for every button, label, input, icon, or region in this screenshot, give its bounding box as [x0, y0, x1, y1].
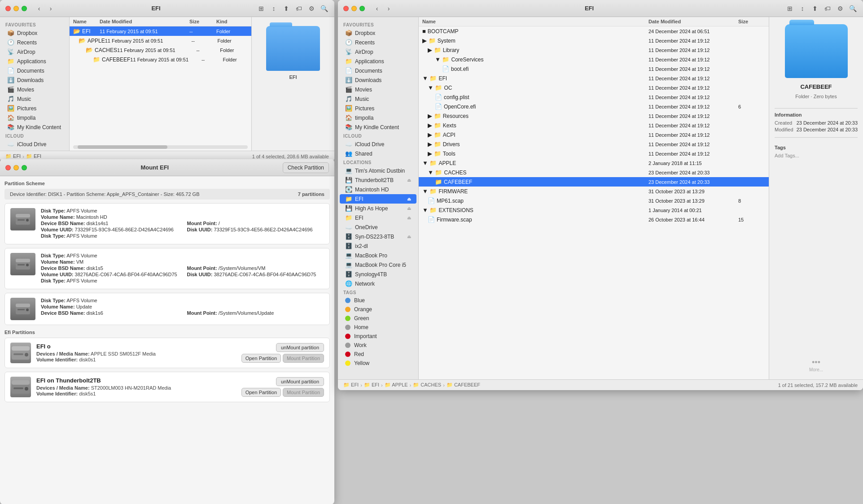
table-row[interactable]: 📁 CAFEBEEF 11 February 2015 at 09:51 -- … [70, 55, 251, 64]
sidebar-item-pictures[interactable]: 🖼️ Pictures [340, 104, 416, 113]
minimize-button[interactable] [13, 165, 19, 170]
table-row[interactable]: ▶ 📁 ACPI 11 December 2024 at 19:12 [419, 130, 769, 139]
sidebar-item-recents[interactable]: 🕐 Recents [340, 38, 416, 47]
close-button[interactable] [5, 165, 11, 170]
action-button[interactable]: ⚙ [835, 4, 845, 13]
table-row[interactable]: ▼ 📁 OC 11 December 2024 at 19:12 [419, 83, 769, 92]
table-row[interactable]: ▼ 📁 EXTENSIONS 1 January 2014 at 00:21 [419, 205, 769, 215]
table-row[interactable]: ▼ 📁 APPLE 2 January 2018 at 11:15 [419, 158, 769, 168]
breadcrumb-item[interactable]: 📁 EFI [364, 382, 379, 388]
sidebar-item-efi2[interactable]: 📁 EFI ⏏ [340, 213, 416, 222]
sidebar-item-documents[interactable]: 📄 Documents [2, 66, 67, 75]
table-row[interactable]: 📄 boot.efi 11 December 2024 at 19:12 [419, 64, 769, 74]
maximize-button[interactable] [22, 6, 27, 11]
sidebar-item-ix2-dl[interactable]: 🗄️ ix2-dl [340, 241, 416, 251]
sidebar-tag-home[interactable]: Home [340, 323, 416, 332]
search-button[interactable]: 🔍 [848, 4, 858, 13]
mount-partition-button[interactable]: Mount Partition [283, 388, 324, 397]
sidebar-item-music[interactable]: 🎵 Music [2, 94, 67, 104]
table-row[interactable]: ▼ 📁 CoreServices 11 December 2024 at 19:… [419, 55, 769, 64]
sidebar-item-applications[interactable]: 📁 Applications [340, 56, 416, 66]
back-button[interactable]: ‹ [34, 4, 44, 13]
sidebar-tag-green[interactable]: Green [340, 314, 416, 323]
sidebar-item-airdrop[interactable]: 📡 AirDrop [340, 47, 416, 56]
breadcrumb-item[interactable]: 📁 CACHES [413, 382, 441, 388]
minimize-button[interactable] [351, 6, 357, 11]
table-row[interactable]: ■ BOOTCAMP 24 December 2024 at 06:51 [419, 26, 769, 36]
sidebar-tag-important[interactable]: Important [340, 332, 416, 341]
sidebar-item-macbook-pro-i5[interactable]: 💻 MacBook Pro Core i5 [340, 260, 416, 269]
table-row[interactable]: 📁 CAFEBEEF 23 December 2024 at 20:33 [419, 177, 769, 187]
sidebar-item-network[interactable]: 🌐 Network [340, 279, 416, 288]
close-button[interactable] [343, 6, 349, 11]
table-row[interactable]: 📄 config.plist 11 December 2024 at 19:12 [419, 92, 769, 102]
sort-button[interactable]: ↕ [797, 4, 807, 13]
sidebar-item-tims-dustbin[interactable]: 💻 Tim's Atomic Dustbin [340, 166, 416, 175]
sidebar-item-downloads[interactable]: ⬇️ Downloads [340, 75, 416, 85]
breadcrumb-item[interactable]: 📁 APPLE [385, 382, 408, 388]
table-row[interactable]: ▼ 📁 CACHES 23 December 2024 at 20:33 [419, 168, 769, 177]
sidebar-item-airdrop[interactable]: 📡 AirDrop [2, 47, 67, 56]
breadcrumb-item[interactable]: 📁 EFI [26, 153, 41, 159]
table-row[interactable]: ▼ 📁 FIRMWARE 31 October 2023 at 13:29 [419, 187, 769, 196]
sidebar-tag-orange[interactable]: Orange [340, 305, 416, 314]
breadcrumb-item[interactable]: 📁 EFI [343, 382, 359, 388]
sidebar-item-timpolla[interactable]: 🏠 timpolla [340, 113, 416, 122]
share-button[interactable]: ⬆ [281, 4, 291, 13]
sidebar-item-shared[interactable]: 👥 Shared [340, 149, 416, 158]
table-row[interactable]: 📂 EFI 11 February 2015 at 09:51 -- Folde… [70, 26, 251, 36]
sidebar-item-kindle[interactable]: 📚 My Kindle Content [2, 122, 67, 132]
forward-button[interactable]: › [384, 4, 394, 13]
sidebar-item-applications[interactable]: 📁 Applications [2, 56, 67, 66]
maximize-button[interactable] [359, 6, 365, 11]
sidebar-item-movies[interactable]: 🎬 Movies [2, 85, 67, 94]
table-row[interactable]: ▶ 📁 Kexts 11 December 2024 at 19:12 [419, 121, 769, 130]
share-button[interactable]: ⬆ [810, 4, 820, 13]
sidebar-item-dropbox[interactable]: 📦 Dropbox [340, 28, 416, 38]
sidebar-tag-blue[interactable]: Blue [340, 296, 416, 305]
table-row[interactable]: ▶ 📁 Library 11 December 2024 at 19:12 [419, 45, 769, 55]
sidebar-item-icloud-drive[interactable]: ☁️ iCloud Drive [2, 139, 67, 149]
sidebar-item-macbook-pro[interactable]: 💻 MacBook Pro [340, 251, 416, 260]
table-row[interactable]: ▶ 📁 Resources 11 December 2024 at 19:12 [419, 111, 769, 121]
back-button[interactable]: ‹ [372, 4, 382, 13]
close-button[interactable] [5, 6, 11, 11]
open-partition-button[interactable]: Open Partition [241, 354, 281, 363]
sidebar-item-synology4tb[interactable]: 🗄️ Synology4TB [340, 269, 416, 279]
maximize-button[interactable] [22, 165, 27, 170]
search-button[interactable]: 🔍 [319, 4, 329, 13]
sidebar-item-macintosh-hd[interactable]: 💽 Macintosh HD [340, 185, 416, 194]
table-row[interactable]: ▶ 📁 Tools 11 December 2024 at 19:12 [419, 149, 769, 158]
unmount-partition-button[interactable]: unMount partition [276, 343, 324, 352]
sidebar-item-syn-ds223[interactable]: 🗄️ Syn-DS223-8TB ⏏ [340, 232, 416, 241]
sidebar-item-high-as-hope[interactable]: 💾 High As Hope ⏏ [340, 204, 416, 213]
sort-button[interactable]: ↕ [269, 4, 279, 13]
tag-button[interactable]: 🏷 [294, 4, 304, 13]
table-row[interactable]: 📂 CACHES 11 February 2015 at 09:51 -- Fo… [70, 45, 251, 55]
table-row[interactable]: 📄 Firmware.scap 26 October 2023 at 16:44… [419, 215, 769, 224]
open-partition-button[interactable]: Open Partition [241, 388, 281, 397]
sidebar-item-efi[interactable]: 📁 EFI ⏏ [340, 194, 416, 204]
sidebar-item-kindle[interactable]: 📚 My Kindle Content [340, 122, 416, 132]
breadcrumb-item[interactable]: 📁 EFI [5, 153, 21, 159]
table-row[interactable]: 📄 MP61.scap 31 October 2023 at 13:29 8 [419, 196, 769, 205]
table-row[interactable]: ▶ 📁 System 11 December 2024 at 19:12 [419, 36, 769, 45]
sidebar-tag-red[interactable]: Red [340, 350, 416, 359]
check-partition-button[interactable]: Check Partition [283, 162, 329, 173]
more-button[interactable]: ••• [775, 358, 858, 367]
sidebar-item-documents[interactable]: 📄 Documents [340, 66, 416, 75]
sidebar-item-dropbox[interactable]: 📦 Dropbox [2, 28, 67, 38]
horizontal-scrollbar[interactable] [73, 145, 248, 149]
unmount-partition-button[interactable]: unMount partition [276, 377, 324, 386]
table-row[interactable]: 📄 OpenCore.efi 11 December 2024 at 19:12… [419, 102, 769, 111]
sidebar-item-timpolla[interactable]: 🏠 timpolla [2, 113, 67, 122]
sidebar-item-thunderbolt[interactable]: 💾 Thunderbolt2TB ⏏ [340, 175, 416, 185]
sidebar-item-music[interactable]: 🎵 Music [340, 94, 416, 104]
breadcrumb-item[interactable]: 📁 CAFEBEEF [447, 382, 480, 388]
sidebar-item-downloads[interactable]: ⬇️ Downloads [2, 75, 67, 85]
table-row[interactable]: ▼ 📁 EFI 11 December 2024 at 19:12 [419, 74, 769, 83]
sidebar-item-movies[interactable]: 🎬 Movies [340, 85, 416, 94]
sidebar-item-pictures[interactable]: 🖼️ Pictures [2, 104, 67, 113]
action-button[interactable]: ⚙ [307, 4, 316, 13]
sidebar-item-icloud-drive[interactable]: ☁️ iCloud Drive [340, 139, 416, 149]
